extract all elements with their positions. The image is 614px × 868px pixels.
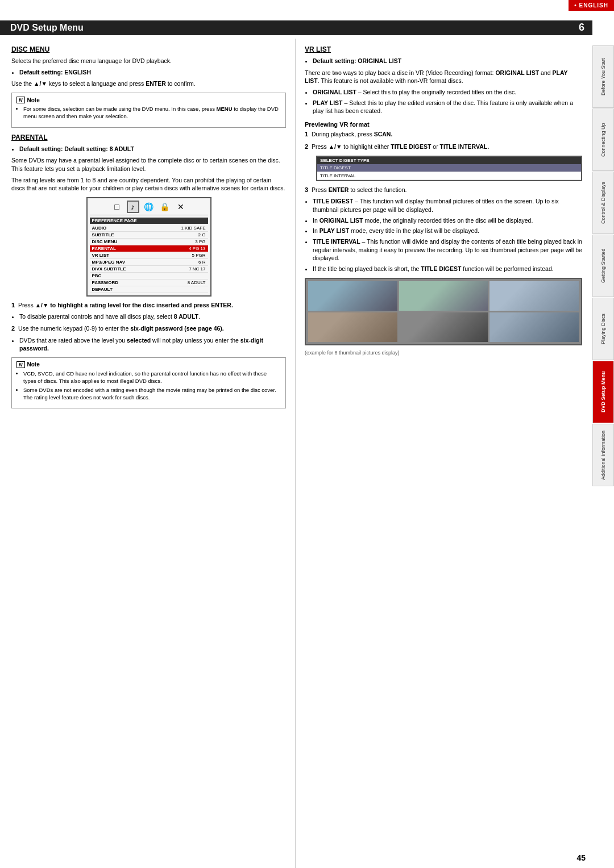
pref-row-default: DEFAULT xyxy=(90,286,208,293)
header-page-number: 6 xyxy=(571,20,592,35)
vr-step3-play-list: In PLAY LIST mode, every title in the pl… xyxy=(313,227,582,235)
disc-menu-note-item: For some discs, selection can be made us… xyxy=(23,105,281,120)
parental-desc2: The rating levels are from 1 to 8 and ar… xyxy=(11,176,286,193)
pref-table-title: PREFERENCE PAGE xyxy=(90,218,208,224)
side-tab-additional-info[interactable]: Additional Information xyxy=(592,424,614,486)
side-tab-getting-started[interactable]: Getting Started xyxy=(592,235,614,297)
side-tab-dvd-setup[interactable]: DVD Setup Menu xyxy=(592,361,614,423)
pref-icons: □ ♪ 🌐 🔒 ✕ xyxy=(90,201,208,215)
parental-section: PARENTAL Default setting: Default settin… xyxy=(11,133,286,408)
pref-icon-lock: 🔒 xyxy=(159,201,171,213)
digest-select-title: SELECT DIGEST TYPE xyxy=(317,157,581,164)
disc-menu-default: Default setting: ENGLISH xyxy=(19,68,286,77)
parental-default: Default setting: Default setting: 8 ADUL… xyxy=(19,145,286,153)
disc-menu-desc: Selects the preferred disc menu language… xyxy=(11,57,286,65)
thumbnail-caption: (example for 6 thumbnail pictures displa… xyxy=(305,350,582,356)
digest-option-title-digest[interactable]: TITLE DIGEST xyxy=(317,164,581,172)
main-content: DISC MENU Selects the preferred disc men… xyxy=(0,39,591,868)
vr-list-bullet-original: ORIGINAL LIST – Select this to play the … xyxy=(313,88,582,97)
parental-note-icon: N xyxy=(16,361,25,368)
previewing-vr-title: Previewing VR format xyxy=(305,121,582,128)
thumbnail-3 xyxy=(489,281,579,311)
page-header: DVD Setup Menu xyxy=(0,20,592,35)
digest-option-title-interval[interactable]: TITLE INTERVAL xyxy=(317,172,581,180)
preference-table: □ ♪ 🌐 🔒 ✕ PREFERENCE PAGE AUDIO1 KID SAF… xyxy=(11,197,286,297)
vr-step2: 2 Press ▲/▼ to highlight either TITLE DI… xyxy=(305,143,582,181)
pref-row-audio: AUDIO1 KID SAFE xyxy=(90,225,208,232)
disc-menu-section: DISC MENU Selects the preferred disc men… xyxy=(11,45,286,128)
parental-title: PARENTAL xyxy=(11,133,286,141)
parental-note-item2: Some DVDs are not encoded with a rating … xyxy=(23,386,281,402)
pref-row-subtitle: SUBTITLE2 G xyxy=(90,232,208,239)
pref-row-divx: DIVX SUBTITLE7 NC 17 xyxy=(90,266,208,273)
vr-step3-title-digest: TITLE DIGEST – This function will displa… xyxy=(313,197,582,214)
side-tab-before-you-start[interactable]: Before You Start xyxy=(592,45,614,108)
left-column: DISC MENU Selects the preferred disc men… xyxy=(0,39,296,868)
vr-step3: 3 Press ENTER to select the function. TI… xyxy=(305,186,582,356)
pref-icon-disc: □ xyxy=(111,201,123,213)
english-tab: ENGLISH xyxy=(569,0,614,11)
digest-select-box: SELECT DIGEST TYPE TITLE DIGEST TITLE IN… xyxy=(316,156,582,181)
pref-row-pbc: PBC xyxy=(90,273,208,279)
pref-row-password: PASSWORD8 ADULT xyxy=(90,279,208,286)
side-tab-control-displays[interactable]: Control & Displays xyxy=(592,172,614,234)
vr-list-title: VR LIST xyxy=(305,45,582,53)
parental-step1-bullet: To disable parental controls and have al… xyxy=(19,312,286,321)
thumbnail-4 xyxy=(308,312,397,342)
vr-step3-title-interval: TITLE INTERVAL – This function will divi… xyxy=(313,237,582,262)
disc-menu-note: N Note For some discs, selection can be … xyxy=(11,93,286,128)
previewing-vr-section: Previewing VR format 1 During playback, … xyxy=(305,121,582,356)
pref-row-vr-list: VR LIST5 PGR xyxy=(90,252,208,259)
parental-note-item1: VCD, SVCD, and CD have no level indicati… xyxy=(23,370,281,385)
vr-list-bullet-playlist: PLAY LIST – Select this to play the edit… xyxy=(313,99,582,115)
parental-desc1: Some DVDs may have a parental level assi… xyxy=(11,156,286,173)
thumbnail-6 xyxy=(489,312,579,342)
parental-note: N Note VCD, SVCD, and CD have no level i… xyxy=(11,357,286,408)
pref-icon-note: ♪ xyxy=(127,201,139,213)
note-icon: N xyxy=(16,97,25,103)
side-tabs: Before You Start Connecting Up Control &… xyxy=(592,45,614,486)
vr-list-default: Default setting: ORIGINAL LIST xyxy=(313,57,582,65)
right-column: VR LIST Default setting: ORIGINAL LIST T… xyxy=(296,39,591,868)
bottom-page-number: 45 xyxy=(576,853,586,862)
vr-step1: 1 During playback, press SCAN. xyxy=(305,130,582,139)
side-tab-playing-discs[interactable]: Playing Discs xyxy=(592,298,614,360)
parental-step2: 2 Use the numeric keypad (0-9) to enter … xyxy=(11,324,286,353)
parental-step2-bullet: DVDs that are rated above the level you … xyxy=(19,336,286,353)
vr-list-desc: There are two ways to play back a disc i… xyxy=(305,69,582,85)
pref-row-mp3: MP3/JPEG NAV6 R xyxy=(90,259,208,266)
pref-icon-globe: 🌐 xyxy=(143,201,155,213)
thumbnail-grid xyxy=(305,278,582,345)
pref-icon-x: ✕ xyxy=(175,201,187,213)
pref-row-parental: PARENTAL4 PG 13 xyxy=(90,245,208,252)
side-tab-connecting-up[interactable]: Connecting Up xyxy=(592,108,614,171)
pref-row-disc-menu: DISC MENU3 PG xyxy=(90,239,208,245)
thumbnail-2 xyxy=(399,281,488,311)
thumbnail-5 xyxy=(399,312,488,342)
disc-menu-title: DISC MENU xyxy=(11,45,286,53)
vr-list-section: VR LIST Default setting: ORIGINAL LIST T… xyxy=(305,45,582,115)
vr-step3-original-list: In ORIGINAL LIST mode, the originally re… xyxy=(313,216,582,225)
thumbnail-1 xyxy=(308,281,397,311)
parental-step1: 1 Press ▲/▼ to highlight a rating level … xyxy=(11,301,286,321)
vr-step3-short-title: If the title being played back is short,… xyxy=(313,265,582,273)
disc-menu-instruction: Use the ▲/▼ keys to select a language an… xyxy=(11,80,286,88)
